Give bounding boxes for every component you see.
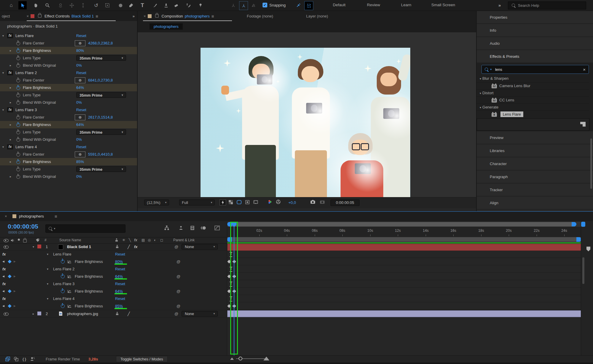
camera-tool-icon[interactable]: [103, 1, 112, 9]
zoom-tool-icon[interactable]: [43, 1, 52, 9]
keyframe-toggle-icon[interactable]: [8, 260, 12, 264]
effect-name[interactable]: Lens Flare 3: [15, 106, 37, 114]
snapping-checkbox[interactable]: ✓: [263, 3, 267, 7]
fx-toggle-icon[interactable]: fx: [134, 243, 138, 250]
crosshair-picker-icon[interactable]: ⊕: [75, 151, 85, 157]
pan-camera-tool-icon[interactable]: [68, 1, 76, 9]
show-snapshot-icon[interactable]: [319, 199, 325, 205]
layer-row-2[interactable]: ▸ 2 photographers.jpg ╱ @ None▼: [0, 310, 227, 318]
stopwatch-icon[interactable]: [16, 93, 20, 97]
lens-type-dropdown[interactable]: 35mm Prime▼: [76, 166, 126, 172]
brightness-row[interactable]: ◀ ▶ Flare Brightness 64% @: [0, 273, 227, 280]
right-panel-scrollbar[interactable]: [590, 138, 592, 189]
frame-blending-icon[interactable]: [189, 225, 195, 231]
layer-color-swatch[interactable]: [37, 312, 41, 315]
stopwatch-icon[interactable]: [16, 130, 20, 134]
effect-group-header[interactable]: ▾fx Lens Flare 3 Reset: [0, 106, 137, 114]
source-name-column-label[interactable]: Source Name: [59, 238, 81, 242]
info-panel-header[interactable]: Info: [477, 24, 593, 36]
brush-tool-icon[interactable]: [151, 1, 159, 9]
effects-search-value[interactable]: lens: [495, 67, 502, 72]
shy-layers-icon[interactable]: [178, 225, 184, 231]
fast-previews-icon[interactable]: [220, 199, 226, 205]
exposure-value[interactable]: +0,0: [288, 200, 296, 205]
character-panel-header[interactable]: Character: [477, 157, 593, 170]
stopwatch-icon[interactable]: [16, 41, 20, 45]
snap-box-icon[interactable]: [304, 1, 313, 10]
clear-search-icon[interactable]: ×: [583, 67, 586, 72]
lens-type-dropdown[interactable]: 35mm Prime▼: [76, 92, 126, 98]
graph-toggle-icon[interactable]: [68, 260, 71, 263]
rotation-tool-icon[interactable]: ↺: [92, 1, 100, 9]
workspace-default[interactable]: Default: [333, 3, 346, 7]
panel-menu-icon[interactable]: ≡: [94, 14, 100, 19]
properties-panel-header[interactable]: Properties: [477, 11, 593, 23]
graph-toggle-icon[interactable]: [68, 290, 71, 293]
layer-name[interactable]: Black Solid 1: [67, 243, 91, 250]
effect-group-header[interactable]: ▾fx Lens Flare 4 Reset: [0, 143, 137, 151]
stopwatch-keyframe-icon[interactable]: [61, 260, 65, 264]
composition-timecode[interactable]: 0:00:00:05: [330, 199, 360, 206]
reset-link[interactable]: Reset: [115, 280, 125, 288]
composition-tab-title[interactable]: Composition: [162, 14, 183, 18]
stopwatch-icon[interactable]: [16, 153, 20, 157]
zoom-out-mountain-icon[interactable]: [230, 357, 234, 360]
tracker-panel-header[interactable]: Tracker: [477, 183, 593, 196]
stopwatch-icon[interactable]: [16, 138, 20, 142]
effect-name[interactable]: Lens Flare 2: [53, 265, 74, 273]
stopwatch-icon[interactable]: [16, 101, 20, 105]
shy-toggle-icon[interactable]: [116, 312, 119, 315]
composition-breadcrumb-chip[interactable]: photographers: [150, 23, 183, 30]
lens-type-dropdown[interactable]: 35mm Prime▼: [76, 129, 126, 135]
resolution-dropdown[interactable]: Full▼: [179, 199, 215, 205]
effect-row-lens-flare-4[interactable]: fx ▾ Lens Flare 4 Reset: [0, 295, 227, 302]
workspace-small-screen[interactable]: Small Screen: [431, 3, 455, 7]
reset-link[interactable]: Reset: [76, 106, 86, 114]
brightness-row[interactable]: ◀ ▶ Flare Brightness 64% @: [0, 288, 227, 295]
snap-pointer-icon[interactable]: [294, 1, 303, 9]
category-generate[interactable]: ▾Generate: [477, 103, 589, 111]
preview-panel-header[interactable]: Preview: [477, 131, 593, 144]
prev-keyframe-icon[interactable]: ◀: [2, 273, 4, 280]
close-icon[interactable]: ×: [144, 14, 146, 18]
blend-value[interactable]: 0%: [76, 99, 82, 106]
shape-tool-icon[interactable]: [116, 1, 125, 9]
home-icon[interactable]: ⌂: [7, 1, 15, 9]
comp-marker-bin-icon[interactable]: [586, 247, 590, 251]
effect-name[interactable]: Lens Flare 4: [15, 143, 37, 151]
layer-row-1[interactable]: ▾ 1 Black Solid 1 ╱ fx @ None▼: [0, 243, 227, 251]
stopwatch-icon[interactable]: [16, 175, 20, 179]
reset-link[interactable]: Reset: [115, 250, 125, 258]
reset-link[interactable]: Reset: [76, 32, 86, 39]
composition-tab-target[interactable]: photographers: [185, 14, 210, 18]
quality-toggle-icon[interactable]: ╱: [128, 310, 130, 317]
close-icon[interactable]: ×: [26, 14, 29, 18]
parent-link-column-label[interactable]: Parent & Link: [173, 238, 195, 242]
workspace-learn[interactable]: Learn: [401, 3, 411, 7]
eye-toggle-icon[interactable]: [4, 245, 9, 249]
effects-presets-panel-header[interactable]: Effects & Presets ≡: [477, 50, 593, 63]
stopwatch-keyframe-icon[interactable]: [16, 49, 20, 53]
flare-brightness-row[interactable]: ▸ Flare Brightness 85%: [0, 158, 137, 165]
effect-row-lens-flare-3[interactable]: fx ▾ Lens Flare 3 Reset: [0, 280, 227, 288]
axis-mode-local-icon[interactable]: [229, 1, 237, 9]
effect-name[interactable]: Lens Flare 2: [15, 69, 37, 76]
pickwhip-icon[interactable]: @: [174, 310, 178, 317]
keyframe-toggle-icon[interactable]: [8, 289, 12, 293]
next-keyframe-icon[interactable]: ▶: [14, 302, 16, 310]
graph-editor-icon[interactable]: [214, 225, 220, 231]
lock-icon[interactable]: [38, 15, 42, 17]
pickwhip-icon[interactable]: @: [177, 288, 180, 295]
effect-group-header[interactable]: ▾fx Lens Flare Reset: [0, 32, 137, 39]
reset-link[interactable]: Reset: [115, 265, 125, 273]
lens-type-dropdown[interactable]: 35mm Prime▼: [76, 55, 126, 61]
effect-name[interactable]: Lens Flare 3: [53, 280, 74, 288]
expand-inout-button-icon[interactable]: { }: [21, 356, 27, 362]
layer-tab[interactable]: Layer (none): [306, 14, 328, 18]
reset-link[interactable]: Reset: [76, 69, 86, 76]
flare-center-value[interactable]: 2617,0,1514,8: [88, 114, 113, 121]
brightness-row[interactable]: ◀ ▶ Flare Brightness 85% @: [0, 302, 227, 310]
work-area-bar[interactable]: [227, 237, 581, 242]
pen-tool-icon[interactable]: [127, 1, 135, 9]
effect-row-lens-flare[interactable]: fx ▾ Lens Flare Reset: [0, 250, 227, 258]
